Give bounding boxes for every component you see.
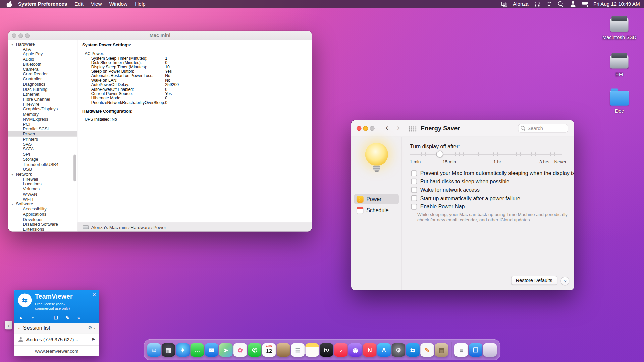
teamviewer-website-link[interactable]: www.teamviewer.com — [14, 345, 99, 356]
dock-news[interactable]: N — [363, 343, 376, 356]
dock-messages[interactable]: … — [191, 343, 204, 356]
sidebar-item-audio[interactable]: Audio — [8, 56, 77, 61]
apple-menu-icon[interactable] — [7, 1, 12, 7]
menu-edit[interactable]: Edit — [71, 1, 87, 7]
teamviewer-collapse-handle[interactable]: › — [5, 321, 12, 330]
sidebar-item-disabled-software[interactable]: Disabled Software — [8, 222, 77, 227]
sidebar-item-parallel-scsi[interactable]: Parallel SCSI — [8, 126, 77, 131]
video-icon[interactable]: ▸ — [18, 315, 24, 320]
close-button[interactable] — [357, 126, 362, 131]
dock-app-store[interactable]: A — [377, 343, 391, 356]
zoom-button[interactable] — [370, 126, 375, 131]
sidebar-section-hardware[interactable]: ▾Hardware — [8, 42, 77, 47]
back-icon[interactable]: ‹ — [386, 122, 388, 133]
sidebar-item-locations[interactable]: Locations — [8, 182, 77, 187]
checkbox-start-up-automatically-after-a-power-failure[interactable] — [411, 195, 417, 201]
sidebar-item-usb[interactable]: USB — [8, 167, 77, 172]
dock-calendar[interactable]: AUG12 — [262, 343, 276, 356]
sidebar-item-sata[interactable]: SATA — [8, 146, 77, 152]
sidebar-item-storage[interactable]: Storage — [8, 157, 77, 162]
sidebar-scrollbar[interactable] — [73, 154, 76, 181]
window-titlebar[interactable]: Mac mini — [8, 31, 312, 40]
dock-photos[interactable]: ✿ — [233, 343, 247, 356]
display-off-slider[interactable] — [410, 150, 562, 158]
checkbox-put-hard-disks-to-sleep-when-possible[interactable] — [411, 179, 417, 184]
menubar-clock[interactable]: Fri Aug 12 10:49 AM — [593, 1, 640, 7]
sidebar-item-memory[interactable]: Memory — [8, 112, 77, 117]
breadcrumb-item-hardware[interactable]: Hardware — [130, 225, 150, 230]
sidebar-item-accessibility[interactable]: Accessibility — [8, 206, 77, 212]
breadcrumb-item-power[interactable]: Power — [153, 225, 166, 230]
sidebar-item-sas[interactable]: SAS — [8, 141, 77, 146]
spotlight-icon[interactable] — [558, 1, 565, 7]
dock-teamviewer[interactable]: ⇆ — [406, 343, 419, 356]
dock-finder[interactable]: ☺ — [147, 343, 161, 356]
sidebar-section-software[interactable]: ▾Software — [8, 201, 77, 206]
chat-icon[interactable]: … — [42, 315, 47, 320]
close-button[interactable] — [12, 33, 16, 38]
slider-thumb[interactable] — [436, 150, 443, 157]
sidebar-item-fibre-channel[interactable]: Fibre Channel — [8, 97, 77, 102]
dock-maps[interactable]: ➤ — [219, 343, 232, 356]
sidebar-item-spi[interactable]: SPI — [8, 152, 77, 157]
files-icon[interactable]: ❐ — [53, 315, 59, 320]
dock-reminders[interactable]: ☰ — [291, 343, 305, 356]
menu-window[interactable]: Window — [106, 1, 131, 7]
overlap-windows-icon[interactable] — [501, 1, 507, 7]
energysaver-tab-schedule[interactable]: Schedule — [354, 205, 399, 216]
sidebar-item-extensions[interactable]: Extensions — [8, 227, 77, 232]
desktop-icon-doc[interactable]: Doc — [610, 88, 629, 114]
dock-trash[interactable] — [483, 343, 497, 356]
checkbox-enable-power-nap[interactable] — [411, 204, 417, 209]
breadcrumb-item-alonza-s-mac-mini[interactable]: Alonza's Mac mini — [91, 225, 127, 230]
sidebar-item-controller[interactable]: Controller — [8, 76, 77, 81]
sidebar-item-power[interactable]: Power — [8, 131, 77, 136]
preferences-toolbar[interactable]: ‹ › Energy Saver Search — [351, 120, 574, 137]
sidebar-item-volumes[interactable]: Volumes — [8, 186, 77, 191]
help-button[interactable]: ? — [560, 277, 569, 285]
close-icon[interactable]: ✕ — [92, 292, 96, 298]
restore-defaults-button[interactable]: Restore Defaults — [511, 276, 557, 285]
dock-textedit[interactable]: ≡ — [454, 343, 468, 356]
sidebar-item-firewire[interactable]: FireWire — [8, 102, 77, 107]
session-row[interactable]: Andres (776 375 627) ⌄ ⚑ — [14, 333, 99, 346]
dock-launchpad[interactable]: ▦ — [162, 343, 175, 356]
sidebar-item-nvmexpress[interactable]: NVMExpress — [8, 117, 77, 122]
sidebar-item-bluetooth[interactable]: Bluetooth — [8, 61, 77, 66]
dock-notes[interactable] — [305, 343, 319, 356]
dock-safari[interactable]: ✦ — [176, 343, 190, 356]
sidebar-section-network[interactable]: ▾Network — [8, 172, 77, 177]
dock-drawing-app[interactable]: ✎ — [420, 343, 434, 356]
search-input[interactable]: Search — [518, 124, 568, 133]
more-icon[interactable]: » — [76, 315, 82, 320]
sidebar-item-ethernet[interactable]: Ethernet — [8, 92, 77, 97]
headset-icon[interactable]: ∩ — [30, 315, 36, 320]
menu-system-preferences[interactable]: System Preferences — [14, 1, 71, 7]
sidebar-item-camera[interactable]: Camera — [8, 66, 77, 71]
flag-icon[interactable]: ⚑ — [91, 337, 95, 342]
sidebar-item-diagnostics[interactable]: Diagnostics — [8, 81, 77, 86]
zoom-button[interactable] — [25, 33, 30, 38]
menu-help[interactable]: Help — [131, 1, 149, 7]
forward-icon[interactable]: › — [397, 122, 400, 133]
menu-view[interactable]: View — [87, 1, 106, 7]
minimize-button[interactable] — [18, 33, 23, 38]
menubar-username[interactable]: Alonza — [513, 1, 529, 7]
dock-screen-sharing[interactable]: ❐ — [469, 343, 482, 356]
sidebar-item-apple-pay[interactable]: Apple Pay — [8, 52, 77, 57]
sidebar-item-firewall[interactable]: Firewall — [8, 177, 77, 182]
user-icon[interactable] — [570, 1, 576, 7]
sidebar-item-thunderbolt-usb4[interactable]: Thunderbolt/USB4 — [8, 162, 77, 167]
desktop-icon-efi[interactable]: EFI — [610, 52, 629, 77]
sidebar-item-wi-fi[interactable]: Wi-Fi — [8, 196, 77, 201]
dock-archive-box[interactable]: ▤ — [435, 343, 448, 356]
sidebar-item-disc-burning[interactable]: Disc Burning — [8, 86, 77, 92]
sidebar-item-applications[interactable]: Applications — [8, 212, 77, 217]
desktop-icon-macintosh-ssd[interactable]: Macintosh SSD — [602, 15, 636, 40]
dock-tv[interactable]: tv — [320, 343, 333, 356]
dock-contacts[interactable] — [277, 343, 290, 356]
control-center-icon[interactable] — [582, 1, 588, 7]
sidebar-item-ata[interactable]: ATA — [8, 47, 77, 52]
energysaver-tab-power[interactable]: ⚡Power — [354, 194, 399, 204]
sidebar-item-pci[interactable]: PCI — [8, 121, 77, 126]
